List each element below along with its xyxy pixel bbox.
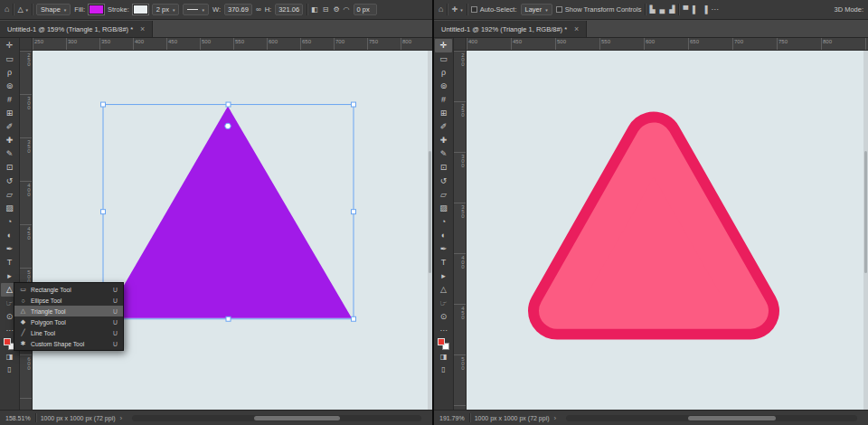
rounded-triangle-fill[interactable]	[557, 140, 750, 311]
type-tool[interactable]: T	[1, 256, 18, 269]
tool-preset-icon[interactable]: △▾	[17, 5, 28, 14]
scrollbar-thumb[interactable]	[688, 416, 776, 420]
hand-tool[interactable]: ☞	[435, 297, 452, 310]
shape-tool[interactable]: △	[435, 283, 452, 297]
status-chevron-icon[interactable]: ›	[120, 414, 123, 422]
document-tab[interactable]: Untitled-1 @ 159% (Triangle 1, RGB/8#) *…	[0, 21, 153, 37]
marquee-tool[interactable]: ▭	[1, 52, 18, 66]
screen-mode-icon[interactable]: ▯	[435, 364, 452, 375]
crop-tool[interactable]: #	[1, 93, 18, 107]
stroke-swatch[interactable]	[133, 5, 148, 14]
align-icon[interactable]: ▙	[649, 6, 655, 14]
tool-mode-select[interactable]: Shape▾	[36, 4, 71, 15]
object-selection-tool[interactable]: ⊚	[1, 80, 18, 93]
crop-tool[interactable]: #	[435, 93, 452, 107]
width-field[interactable]: 370.69	[224, 4, 252, 15]
history-brush-tool[interactable]: ↺	[1, 175, 18, 188]
gradient-tool[interactable]: ▨	[435, 202, 452, 215]
canvas[interactable]	[467, 51, 868, 410]
corner-radius-handle[interactable]	[225, 123, 231, 128]
scrollbar-thumb[interactable]	[254, 416, 341, 420]
horizontal-scrollbar[interactable]	[566, 415, 857, 421]
auto-select-checkbox[interactable]: Auto-Select:	[471, 5, 517, 14]
transform-handle-mid-right[interactable]	[352, 210, 356, 214]
flyout-menu-item[interactable]: ✱ Custom Shape Tool U	[14, 338, 123, 349]
flyout-menu-item[interactable]: ○ Ellipse Tool U	[14, 295, 123, 306]
align-icon[interactable]: ▟	[669, 6, 675, 14]
flyout-menu-item[interactable]: ▭ Rectangle Tool U	[14, 284, 123, 295]
foreground-color-swatch[interactable]	[4, 338, 11, 345]
dodge-tool[interactable]: ◐	[435, 229, 452, 242]
status-chevron-icon[interactable]: ›	[554, 414, 557, 422]
brush-tool[interactable]: ✎	[435, 147, 452, 161]
screen-mode-icon[interactable]: ▯	[1, 364, 18, 375]
clone-stamp-tool[interactable]: ⊡	[435, 161, 452, 175]
move-tool[interactable]: ✛	[435, 39, 452, 52]
options-icon[interactable]: ⊟	[323, 6, 329, 14]
more-options-icon[interactable]: ⋯	[711, 6, 718, 14]
home-icon[interactable]: ⌂	[5, 5, 9, 14]
frame-tool[interactable]: ⊞	[435, 107, 452, 120]
eyedropper-tool[interactable]: ✐	[1, 120, 18, 134]
zoom-level[interactable]: 191.79%	[439, 415, 465, 421]
distribute-icon[interactable]: ▐	[703, 6, 708, 14]
eraser-tool[interactable]: ▱	[1, 188, 18, 202]
healing-brush-tool[interactable]: ✚	[435, 134, 452, 147]
quick-mask-icon[interactable]: ◨	[435, 352, 452, 363]
move-tool[interactable]: ✛	[1, 39, 18, 52]
object-selection-tool[interactable]: ⊚	[435, 80, 452, 93]
history-brush-tool[interactable]: ↺	[435, 175, 452, 188]
tab-close-icon[interactable]: ×	[140, 25, 145, 33]
align-icon[interactable]: ▄	[660, 6, 665, 14]
blur-tool[interactable]: ◔	[1, 215, 18, 229]
edit-toolbar-icon[interactable]: ⋯	[435, 326, 452, 336]
fill-swatch[interactable]	[89, 5, 104, 14]
path-selection-tool[interactable]: ▸	[435, 269, 452, 283]
transform-handle-mid-left[interactable]	[101, 210, 106, 214]
flyout-menu-item[interactable]: ╱ Line Tool U	[14, 327, 123, 338]
tool-preset-icon[interactable]: ✛▾	[451, 5, 462, 14]
options-icon[interactable]: ◧	[311, 6, 318, 14]
eraser-tool[interactable]: ▱	[435, 188, 452, 202]
link-dimensions-icon[interactable]: ∞	[256, 6, 261, 14]
canvas[interactable]	[33, 51, 432, 410]
document-tab[interactable]: Untitled-1 @ 192% (Triangle 1, RGB/8#) *…	[434, 21, 587, 37]
vertical-scrollbar[interactable]	[863, 51, 868, 410]
transform-handle-bottom-right[interactable]	[352, 316, 356, 321]
horizontal-scrollbar[interactable]	[132, 415, 421, 421]
zoom-tool[interactable]: ⊙	[435, 310, 452, 324]
blur-tool[interactable]: ◔	[435, 215, 452, 229]
clone-stamp-tool[interactable]: ⊡	[1, 161, 18, 175]
scrollbar-thumb[interactable]	[864, 151, 867, 273]
pen-tool[interactable]: ✒	[1, 242, 18, 256]
scrollbar-thumb[interactable]	[429, 151, 431, 273]
healing-brush-tool[interactable]: ✚	[1, 134, 18, 147]
transform-handle-bottom-center[interactable]	[226, 316, 231, 321]
height-field[interactable]: 321.06	[275, 4, 303, 15]
type-tool[interactable]: T	[435, 256, 452, 269]
flyout-menu-item[interactable]: ◆ Polygon Tool U	[14, 316, 123, 327]
tab-close-icon[interactable]: ×	[574, 25, 579, 33]
distribute-icon[interactable]: ▌	[693, 6, 698, 14]
corner-radius-field[interactable]: 0 px	[354, 4, 377, 15]
show-transform-checkbox[interactable]: Show Transform Controls	[556, 5, 642, 14]
dodge-tool[interactable]: ◐	[1, 229, 18, 242]
transform-handle-top-right[interactable]	[352, 102, 356, 107]
pen-tool[interactable]: ✒	[435, 242, 452, 256]
stroke-type-select[interactable]: ▾	[183, 4, 209, 15]
foreground-color-swatch[interactable]	[438, 338, 445, 345]
vertical-scrollbar[interactable]	[428, 51, 432, 410]
auto-select-target-select[interactable]: Layer▾	[521, 4, 552, 15]
eyedropper-tool[interactable]: ✐	[435, 120, 452, 134]
quick-mask-icon[interactable]: ◨	[1, 352, 18, 363]
options-icon[interactable]: ⚙	[333, 6, 339, 14]
frame-tool[interactable]: ⊞	[1, 107, 18, 120]
transform-handle-top-left[interactable]	[101, 102, 106, 107]
stroke-width-field[interactable]: 2 px▾	[152, 4, 180, 15]
lasso-tool[interactable]: ρ	[1, 66, 18, 80]
distribute-icon[interactable]: ▀	[683, 6, 688, 14]
color-swatches[interactable]	[438, 338, 449, 350]
gradient-tool[interactable]: ▨	[1, 202, 18, 215]
flyout-menu-item[interactable]: △ Triangle Tool U	[14, 306, 123, 316]
home-icon[interactable]: ⌂	[439, 5, 443, 14]
